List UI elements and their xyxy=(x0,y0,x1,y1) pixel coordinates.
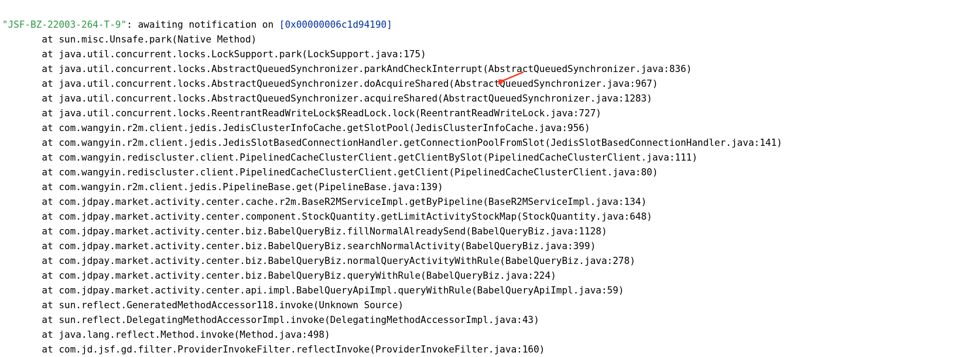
stack-frame: com.jdpay.market.activity.center.biz.Bab… xyxy=(59,226,607,237)
stack-frame: com.wangyin.r2m.client.jedis.JedisSlotBa… xyxy=(59,137,782,148)
stack-trace-block: "JSF-BZ-22003-264-T-9": awaiting notific… xyxy=(0,0,980,357)
sep: : xyxy=(127,19,138,30)
stack-frame: java.util.concurrent.locks.AbstractQueue… xyxy=(59,64,692,74)
stack-frame: com.wangyin.rediscluster.client.Pipeline… xyxy=(59,167,658,178)
stack-frame: java.util.concurrent.locks.AbstractQueue… xyxy=(59,78,658,89)
thread-status: awaiting notification on xyxy=(138,19,279,30)
stack-frame: com.jdpay.market.activity.center.biz.Bab… xyxy=(59,255,635,266)
stack-frame: sun.misc.Unsafe.park(Native Method) xyxy=(59,34,257,45)
stack-frame: com.jdpay.market.activity.center.cache.r… xyxy=(59,196,646,207)
thread-header-line: "JSF-BZ-22003-264-T-9": awaiting notific… xyxy=(2,19,392,30)
stack-frame: java.util.concurrent.locks.LockSupport.p… xyxy=(59,49,426,60)
stack-frame: java.util.concurrent.locks.ReentrantRead… xyxy=(59,108,601,119)
thread-name: "JSF-BZ-22003-264-T-9" xyxy=(2,19,127,30)
stack-frame: com.jdpay.market.activity.center.api.imp… xyxy=(59,285,624,296)
stack-frame: com.wangyin.rediscluster.client.Pipeline… xyxy=(59,152,697,163)
stack-frame: com.jdpay.market.activity.center.compone… xyxy=(59,211,652,222)
stack-frame: java.util.concurrent.locks.AbstractQueue… xyxy=(59,93,652,104)
stack-frame: java.lang.reflect.Method.invoke(Method.j… xyxy=(59,329,330,340)
stack-frame: com.jdpay.market.activity.center.biz.Bab… xyxy=(59,270,556,281)
stack-frame: com.wangyin.r2m.client.jedis.PipelineBas… xyxy=(59,182,443,192)
monitor-address: [0x00000006c1d94190] xyxy=(279,19,393,30)
stack-frame: com.wangyin.r2m.client.jedis.JedisCluste… xyxy=(59,123,590,133)
stack-frame: com.jdpay.market.activity.center.biz.Bab… xyxy=(59,241,596,251)
stack-frame: sun.reflect.DelegatingMethodAccessorImpl… xyxy=(59,314,539,325)
stack-frame: com.jd.jsf.gd.filter.ProviderInvokeFilte… xyxy=(59,344,545,355)
stack-frame: sun.reflect.GeneratedMethodAccessor118.i… xyxy=(59,300,403,310)
